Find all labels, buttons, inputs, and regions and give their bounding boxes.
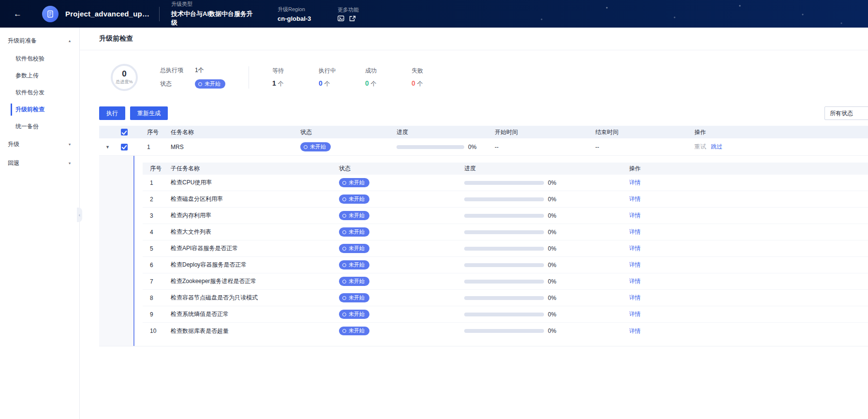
progress-percent: 0% bbox=[548, 328, 556, 334]
detail-link[interactable]: 详情 bbox=[629, 228, 641, 236]
status-badge-text: 未开始 bbox=[349, 311, 365, 317]
not-started-icon bbox=[198, 82, 202, 86]
status-badge: 未开始 bbox=[339, 227, 369, 236]
expand-caret-icon[interactable]: ▼ bbox=[105, 145, 110, 150]
sidebar-item-unified-backup[interactable]: 统一备份 bbox=[0, 118, 79, 135]
status-filter-select[interactable]: 所有状态 bbox=[824, 106, 868, 120]
total-progress-value: 0 bbox=[122, 70, 126, 78]
sidebar-group-pre-upgrade[interactable]: 升级前准备 ▲ bbox=[0, 31, 79, 50]
subtask-row: 8 检查容器节点磁盘是否为只读模式 未开始 0% 详情 bbox=[143, 290, 868, 306]
stat-value: 0 bbox=[319, 79, 323, 87]
subcol-index: 序号 bbox=[143, 165, 167, 173]
subcol-progress: 进度 bbox=[464, 165, 626, 173]
progress-bar bbox=[464, 280, 544, 284]
status-badge: 未开始 bbox=[339, 195, 369, 203]
subtask-row: 7 检查Zookeeper服务进程是否正常 未开始 0% 详情 bbox=[143, 273, 868, 290]
detail-link[interactable]: 详情 bbox=[629, 294, 641, 302]
chevron-down-icon: ▼ bbox=[68, 161, 71, 165]
subtask-name: 检查内存利用率 bbox=[167, 211, 336, 220]
subtask-row: 10 检查数据库表是否超量 未开始 0% 详情 bbox=[143, 323, 868, 339]
status-badge-text: 未开始 bbox=[349, 180, 365, 186]
status-badge: 未开始 bbox=[339, 277, 369, 285]
sidebar: 升级前准备 ▲ 软件包校验 参数上传 软件包分发 升级前检查 统一备份 升级 ▼… bbox=[0, 28, 80, 419]
col-index: 序号 bbox=[140, 128, 167, 136]
progress-bar bbox=[464, 197, 544, 201]
stat-success: 成功 0个 bbox=[365, 67, 386, 88]
subtask-index: 8 bbox=[143, 295, 167, 301]
sidebar-collapse-handle[interactable]: ‹ bbox=[77, 208, 82, 222]
detail-link[interactable]: 详情 bbox=[629, 277, 641, 285]
select-all-checkbox[interactable] bbox=[121, 129, 128, 135]
back-arrow-icon[interactable]: ← bbox=[14, 10, 22, 18]
sidebar-item-package-distribute[interactable]: 软件包分发 bbox=[0, 84, 79, 101]
sidebar-item-package-verify[interactable]: 软件包校验 bbox=[0, 50, 79, 67]
detail-link[interactable]: 详情 bbox=[629, 244, 641, 253]
progress-bar bbox=[464, 263, 544, 267]
detail-link[interactable]: 详情 bbox=[629, 310, 641, 318]
subtask-row: 2 检查磁盘分区利用率 未开始 0% 详情 bbox=[143, 191, 868, 208]
col-actions: 操作 bbox=[691, 128, 868, 136]
document-icon bbox=[46, 10, 54, 18]
execute-button[interactable]: 执行 bbox=[99, 106, 125, 120]
not-started-icon bbox=[342, 263, 346, 267]
status-badge: 未开始 bbox=[339, 211, 369, 220]
detail-link[interactable]: 详情 bbox=[629, 195, 641, 203]
status-badge-text: 未开始 bbox=[349, 295, 365, 301]
row-checkbox[interactable] bbox=[121, 144, 128, 150]
col-start-time: 开始时间 bbox=[491, 128, 592, 136]
retry-link[interactable]: 重试 bbox=[694, 143, 706, 151]
subcol-actions: 操作 bbox=[626, 165, 868, 173]
status-badge: 未开始 bbox=[339, 260, 369, 269]
sidebar-group-label: 升级前准备 bbox=[8, 37, 37, 45]
subtask-row: 1 检查CPU使用率 未开始 0% 详情 bbox=[143, 175, 868, 191]
header-divider bbox=[159, 7, 160, 21]
subtask-index: 1 bbox=[143, 180, 167, 186]
subtask-index: 6 bbox=[143, 262, 167, 269]
toolbar: 执行 重新生成 所有状态 bbox=[99, 106, 868, 120]
subtask-name: 检查系统熵值是否正常 bbox=[167, 310, 336, 318]
progress-bar bbox=[464, 214, 544, 218]
sidebar-item-pre-upgrade-check[interactable]: 升级前检查 bbox=[0, 101, 79, 118]
stat-unit: 个 bbox=[324, 80, 330, 87]
detail-link[interactable]: 详情 bbox=[629, 179, 641, 187]
export-icon[interactable] bbox=[349, 15, 356, 22]
stat-running: 执行中 0个 bbox=[319, 67, 340, 88]
status-badge: 未开始 bbox=[339, 244, 369, 253]
progress-percent: 0% bbox=[548, 212, 556, 219]
detail-link[interactable]: 详情 bbox=[629, 211, 641, 220]
subtask-table-body: 1 检查CPU使用率 未开始 0% 详情 2 检查磁盘分区利用率 未开始 0% bbox=[143, 175, 868, 339]
subtask-row: 5 检查API容器服务是否正常 未开始 0% 详情 bbox=[143, 240, 868, 257]
task-table-header: 序号 任务名称 状态 进度 开始时间 结束时间 操作 bbox=[99, 126, 868, 138]
sidebar-item-param-upload[interactable]: 参数上传 bbox=[0, 67, 79, 84]
subtask-name: 检查容器节点磁盘是否为只读模式 bbox=[167, 294, 336, 302]
status-badge: 未开始 bbox=[339, 310, 369, 318]
regenerate-button[interactable]: 重新生成 bbox=[130, 106, 168, 120]
sidebar-group-upgrade[interactable]: 升级 ▼ bbox=[0, 135, 79, 154]
detail-link[interactable]: 详情 bbox=[629, 327, 641, 335]
subtask-name: 检查大文件列表 bbox=[167, 228, 336, 236]
subtask-index: 4 bbox=[143, 229, 167, 236]
stat-label: 成功 bbox=[365, 67, 386, 75]
status-badge-text: 未开始 bbox=[349, 328, 365, 334]
progress-percent: 0% bbox=[548, 180, 556, 186]
stat-unit: 个 bbox=[278, 80, 284, 87]
progress-bar bbox=[464, 181, 544, 185]
monitor-icon[interactable] bbox=[338, 15, 344, 22]
expanded-subtask-panel: 序号 子任务名称 状态 进度 操作 1 检查CPU使用率 未开始 0% bbox=[99, 156, 868, 346]
progress-percent: 0% bbox=[548, 245, 556, 252]
progress-percent: 0% bbox=[548, 311, 556, 318]
status-badge-text: 未开始 bbox=[349, 245, 365, 252]
stat-label: 执行中 bbox=[319, 67, 340, 75]
not-started-icon bbox=[342, 296, 346, 300]
skip-link[interactable]: 跳过 bbox=[711, 143, 722, 151]
subtask-name: 检查磁盘分区利用率 bbox=[167, 195, 336, 203]
main-content: 升级前检查 0 总进度% 总执行项 1个 状态 bbox=[80, 28, 868, 419]
sidebar-group-rollback[interactable]: 回退 ▼ bbox=[0, 154, 79, 173]
status-badge: 未开始 bbox=[339, 327, 369, 335]
total-progress-ring: 0 总进度% bbox=[111, 64, 138, 91]
top-header: ← Project_advanced_upg... 升级类型 技术中台与AI数据… bbox=[0, 0, 868, 28]
detail-link[interactable]: 详情 bbox=[629, 261, 641, 269]
title-divider bbox=[80, 50, 868, 50]
not-started-icon bbox=[342, 197, 346, 201]
app-window: ← Project_advanced_upg... 升级类型 技术中台与AI数据… bbox=[0, 0, 868, 419]
